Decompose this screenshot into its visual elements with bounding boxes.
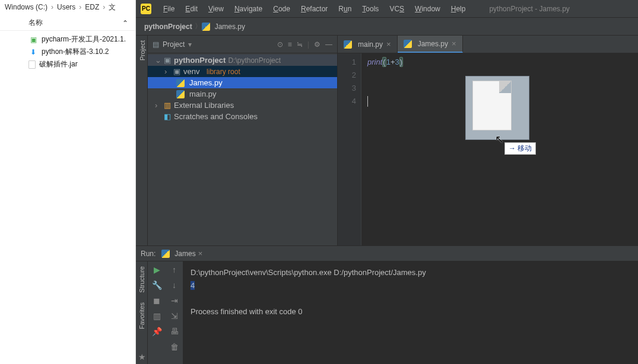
crumb-sep: › [79, 3, 81, 11]
gutter: 1 2 3 4 [338, 53, 361, 245]
dropdown-icon[interactable]: ▾ [188, 40, 192, 49]
stop-icon[interactable]: ◼ [153, 296, 160, 305]
console-exit: Process finished with exit code 0 [191, 305, 631, 318]
chevron-down-icon[interactable]: ⌄ [155, 56, 161, 65]
menu-tools[interactable]: Tools [357, 4, 383, 14]
list-item[interactable]: ⬇ python-解释器-3.10.2 [0, 46, 135, 58]
menubar: PC File Edit View Navigate Code Refactor… [136, 0, 638, 18]
root-name: pythonProject [174, 56, 226, 65]
tree-file-main[interactable]: main.py [148, 88, 337, 100]
tab-james[interactable]: James.py × [398, 36, 463, 53]
menu-edit[interactable]: Edit [180, 4, 202, 14]
menu-refactor[interactable]: Refactor [296, 4, 332, 14]
list-item[interactable]: 破解插件.jar [0, 58, 135, 71]
tree-external-libs[interactable]: › ▥ External Libraries [148, 100, 337, 111]
scratches-label: Scratches and Consoles [174, 112, 258, 121]
venv-name: venv [183, 67, 199, 76]
project-title-text[interactable]: Project [163, 40, 185, 49]
run-body: Structure Favorites ▶ 🔧 ◼ ▥ 📌 ↑ ↓ ⇥ ⇲ 🖶 … [136, 261, 638, 364]
tab-label: main.py [358, 40, 383, 49]
navigation-bar: pythonProject 〉 James.py [136, 18, 638, 36]
file-icon [28, 60, 36, 69]
left-tool-strip: Project [136, 36, 148, 245]
tree-scratches[interactable]: ◧ Scratches and Consoles [148, 111, 337, 122]
archive-icon: ▣ [28, 35, 38, 44]
menu-help[interactable]: Help [446, 4, 471, 14]
python-icon [176, 79, 185, 87]
menu-run[interactable]: Run [334, 4, 356, 14]
tree-root[interactable]: ⌄ ▣ pythonProject D:\pythonProject [148, 55, 337, 66]
project-tool-tab[interactable]: Project [136, 36, 147, 65]
run-tool-window: Run: James × Structure Favorites ▶ 🔧 ◼ ▥… [136, 245, 638, 364]
locate-icon[interactable]: ⊙ [277, 40, 283, 49]
print-icon[interactable]: 🖶 [170, 327, 179, 336]
explorer-file-list: ▣ pycharm-开发工具-2021.1. ⬇ python-解释器-3.10… [0, 31, 135, 73]
menu-vcs[interactable]: VCS [385, 4, 409, 14]
collapse-icon[interactable]: ≒ [297, 40, 303, 49]
layout-icon[interactable]: ▥ [153, 311, 161, 321]
tab-bar: main.py × James.py × [338, 36, 638, 53]
run-tools: ↑ ↓ ⇥ ⇲ 🖶 🗑 [166, 261, 183, 364]
run-label: Run: [141, 250, 155, 258]
pin-icon[interactable]: 📌 [152, 327, 162, 336]
crumb[interactable]: EDZ [85, 3, 99, 11]
divider: | [307, 40, 309, 49]
close-icon[interactable]: × [198, 249, 203, 258]
tree-venv[interactable]: › ▣ venv library root [148, 66, 337, 77]
gear-icon[interactable]: ⚙ [314, 40, 320, 49]
code[interactable]: print(1+3) [361, 53, 409, 245]
nav-project[interactable]: pythonProject [142, 23, 195, 31]
crumb[interactable]: Windows (C:) [5, 3, 47, 11]
sort-icon[interactable]: ⌃ [122, 19, 128, 27]
python-icon [161, 250, 170, 258]
menu-code[interactable]: Code [268, 4, 295, 14]
favorites-tool-tab[interactable]: Favorites [137, 298, 147, 334]
console-cmd: D:\pythonProject\venv\Scripts\python.exe… [191, 266, 631, 279]
run-config[interactable]: James [174, 250, 195, 258]
root-path: D:\pythonProject [228, 56, 281, 65]
explorer-breadcrumb[interactable]: Windows (C:) › Users › EDZ › 文 [0, 0, 135, 14]
menu-view[interactable]: View [204, 4, 228, 14]
ide-window: PC File Edit View Navigate Code Refactor… [136, 0, 638, 364]
close-icon[interactable]: × [452, 39, 456, 48]
explorer-column-header[interactable]: 名称 ⌃ [0, 14, 135, 31]
code-line[interactable]: print(1+3) [367, 56, 403, 69]
list-item[interactable]: ▣ pycharm-开发工具-2021.1. [0, 33, 135, 46]
libraries-icon: ▥ [163, 101, 172, 110]
chevron-right-icon[interactable]: › [155, 101, 161, 110]
up-icon[interactable]: ↑ [172, 265, 176, 274]
close-icon[interactable]: × [386, 40, 391, 49]
window-title: pythonProject - James.py [489, 5, 569, 13]
minimize-icon[interactable]: — [325, 40, 332, 49]
external-libs-label: External Libraries [174, 101, 234, 110]
venv-hint: library root [207, 68, 240, 76]
wrap-icon[interactable]: ⇥ [171, 296, 178, 305]
nav-file[interactable]: James.py [212, 23, 247, 31]
console-output[interactable]: D:\pythonProject\venv\Scripts\python.exe… [183, 261, 638, 364]
crumb[interactable]: Users [57, 3, 75, 11]
chevron-right-icon[interactable]: › [164, 67, 170, 76]
file-name: pycharm-开发工具-2021.1. [42, 34, 126, 44]
wrench-icon[interactable]: 🔧 [152, 280, 162, 290]
scroll-icon[interactable]: ⇲ [171, 311, 178, 321]
menu-window[interactable]: Window [410, 4, 445, 14]
tab-main[interactable]: main.py × [338, 36, 398, 53]
menu-file[interactable]: File [158, 4, 179, 14]
column-name: 名称 [28, 18, 43, 28]
play-icon[interactable]: ▶ [154, 265, 160, 274]
drag-tooltip: → 移动 [504, 142, 536, 155]
crumb-sep: › [51, 3, 53, 11]
run-header: Run: James × [136, 246, 638, 261]
tree-file-james[interactable]: James.py [148, 77, 337, 88]
project-header: ▤ Project ▾ ⊙ ≡ ≒ | ⚙ — [148, 36, 337, 53]
trash-icon[interactable]: 🗑 [170, 342, 179, 352]
star-icon[interactable]: ★ [138, 352, 146, 362]
project-tree: ⌄ ▣ pythonProject D:\pythonProject › ▣ v… [148, 53, 337, 123]
crumb[interactable]: 文 [109, 2, 116, 12]
nav-sep: 〉 [195, 21, 202, 31]
page-fold-icon [499, 81, 511, 93]
expand-icon[interactable]: ≡ [288, 40, 292, 49]
structure-tool-tab[interactable]: Structure [137, 261, 147, 298]
down-icon[interactable]: ↓ [172, 280, 176, 290]
menu-navigate[interactable]: Navigate [230, 4, 267, 14]
